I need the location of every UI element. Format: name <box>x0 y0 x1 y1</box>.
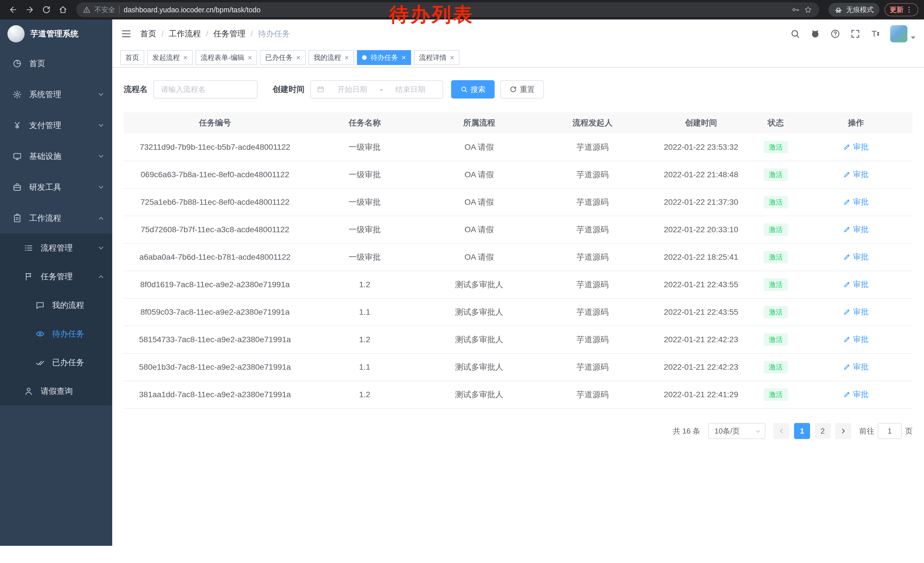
update-button[interactable]: 更新 <box>885 3 918 17</box>
task-status: 激活 <box>752 326 799 353</box>
task-name: 一级审批 <box>306 188 423 216</box>
user-menu[interactable] <box>890 25 915 42</box>
sidebar-item-task-mgmt[interactable]: 任务管理 <box>0 262 112 291</box>
address-bar[interactable]: 不安全 dashboard.yudao.iocoder.cn/bpm/task/… <box>76 2 819 17</box>
tab-label: 待办任务 <box>371 53 398 62</box>
approve-link[interactable]: 审批 <box>843 169 868 180</box>
tab-home[interactable]: 首页 <box>120 50 144 65</box>
sidebar-item-label: 系统管理 <box>29 89 98 100</box>
status-badge: 激活 <box>764 141 788 153</box>
sidebar-item-infrastructure[interactable]: 基础设施 <box>0 141 112 172</box>
back-button[interactable] <box>6 2 21 17</box>
task-status: 激活 <box>752 243 799 271</box>
approve-link[interactable]: 审批 <box>843 334 868 344</box>
task-initiator: 芋道源码 <box>535 243 650 271</box>
approve-link[interactable]: 审批 <box>843 252 868 262</box>
page-button-2[interactable]: 2 <box>814 423 831 439</box>
approve-link[interactable]: 审批 <box>843 307 868 317</box>
status-badge: 激活 <box>764 168 788 181</box>
sidebar-item-done-task[interactable]: 已办任务 <box>0 348 112 377</box>
help-icon[interactable] <box>830 29 840 39</box>
task-action: 审批 <box>799 381 912 408</box>
task-process: 测试多审批人 <box>423 381 535 408</box>
tab-my-process[interactable]: 我的流程 × <box>309 50 354 65</box>
tab-start-process[interactable]: 发起流程 × <box>147 50 193 65</box>
task-time: 2022-01-21 22:42:23 <box>650 326 752 353</box>
task-process: 测试多审批人 <box>423 299 535 326</box>
tab-process-detail[interactable]: 流程详情 × <box>414 50 459 65</box>
task-initiator: 芋道源码 <box>535 134 650 161</box>
task-id: a6aba0a4-7b6d-11ec-b781-acde48001122 <box>124 243 306 271</box>
reload-button[interactable] <box>39 2 54 17</box>
sidebar-item-my-process[interactable]: 我的流程 <box>0 291 112 320</box>
task-initiator: 芋道源码 <box>535 299 650 326</box>
close-icon[interactable]: × <box>450 54 454 61</box>
close-icon[interactable]: × <box>345 54 349 61</box>
close-icon[interactable]: × <box>248 54 252 61</box>
github-icon[interactable] <box>810 29 820 39</box>
breadcrumb-item[interactable]: 工作流程 <box>169 29 201 39</box>
approve-link[interactable]: 审批 <box>843 224 868 234</box>
page-button-1[interactable]: 1 <box>794 423 810 439</box>
sidebar-item-process-mgmt[interactable]: 流程管理 <box>0 234 112 262</box>
task-process: 测试多审批人 <box>423 353 535 381</box>
task-initiator: 芋道源码 <box>535 188 650 216</box>
task-name: 1.1 <box>306 353 423 381</box>
close-icon[interactable]: × <box>183 54 188 61</box>
goto-page-input[interactable] <box>878 423 902 439</box>
task-process: OA 请假 <box>423 216 535 243</box>
tab-todo-task[interactable]: 待办任务 × <box>357 50 411 65</box>
sidebar-item-label: 待办任务 <box>52 329 104 339</box>
approve-link[interactable]: 审批 <box>843 389 868 399</box>
security-label[interactable]: 不安全 <box>94 5 115 14</box>
approve-link[interactable]: 审批 <box>843 362 868 372</box>
approve-link[interactable]: 审批 <box>843 279 868 290</box>
date-range-picker[interactable]: 开始日期 - 结束日期 <box>310 80 443 99</box>
tab-process-form-edit[interactable]: 流程表单-编辑 × <box>195 50 257 65</box>
font-size-icon[interactable] <box>870 29 880 39</box>
task-table: 任务编号 任务名称 所属流程 流程发起人 创建时间 状态 操作 73211d9d… <box>124 112 912 408</box>
task-process: 测试多审批人 <box>423 326 535 353</box>
app-logo[interactable]: 芋道管理系统 <box>0 20 112 48</box>
close-icon[interactable]: × <box>402 54 406 61</box>
chevron-down-icon <box>98 92 104 98</box>
app-title: 芋道管理系统 <box>30 29 78 39</box>
sidebar-item-payment[interactable]: 支付管理 <box>0 110 112 141</box>
sidebar-item-workflow[interactable]: 工作流程 <box>0 203 112 234</box>
search-icon[interactable] <box>790 29 800 39</box>
home-button[interactable] <box>56 2 70 17</box>
logo-avatar <box>8 25 25 42</box>
sidebar-item-home[interactable]: 首页 <box>0 48 112 79</box>
fullscreen-icon[interactable] <box>850 29 861 39</box>
breadcrumb-item[interactable]: 首页 <box>140 29 156 39</box>
navbar: 首页 / 工作流程 / 任务管理 / 待办任务 <box>112 20 924 48</box>
hamburger-icon[interactable] <box>121 29 132 39</box>
forward-button[interactable] <box>22 2 37 17</box>
approve-link[interactable]: 审批 <box>843 197 868 207</box>
page-size-select[interactable]: 10条/页 <box>708 423 765 439</box>
sidebar-item-todo-task[interactable]: 待办任务 <box>0 320 112 348</box>
reset-button[interactable]: 重置 <box>500 80 544 99</box>
sidebar-item-leave-query[interactable]: 请假查询 <box>0 377 112 405</box>
task-process: OA 请假 <box>423 243 535 271</box>
search-button[interactable]: 搜索 <box>451 80 495 99</box>
page-size-value: 10条/页 <box>714 426 740 436</box>
table-row: 580e1b3d-7ac8-11ec-a9e2-a2380e71991a 1.1… <box>124 353 912 381</box>
key-icon[interactable] <box>791 6 800 14</box>
approve-link[interactable]: 审批 <box>843 142 868 152</box>
avatar[interactable] <box>890 25 908 42</box>
close-icon[interactable]: × <box>296 54 300 61</box>
clipboard-icon <box>12 213 23 223</box>
next-page-button[interactable] <box>835 423 851 439</box>
sidebar-item-label: 任务管理 <box>40 271 98 282</box>
sidebar-item-devtools[interactable]: 研发工具 <box>0 172 112 203</box>
process-name-label: 流程名 <box>124 84 148 95</box>
breadcrumb-item[interactable]: 任务管理 <box>213 29 246 39</box>
tab-done-task[interactable]: 已办任务 × <box>260 50 305 65</box>
star-icon[interactable] <box>804 6 812 14</box>
reload-icon <box>42 5 51 14</box>
process-name-input[interactable] <box>153 80 258 99</box>
sidebar-item-system[interactable]: 系统管理 <box>0 79 112 110</box>
prev-page-button[interactable] <box>773 423 789 439</box>
breadcrumb-separator: / <box>206 29 208 38</box>
